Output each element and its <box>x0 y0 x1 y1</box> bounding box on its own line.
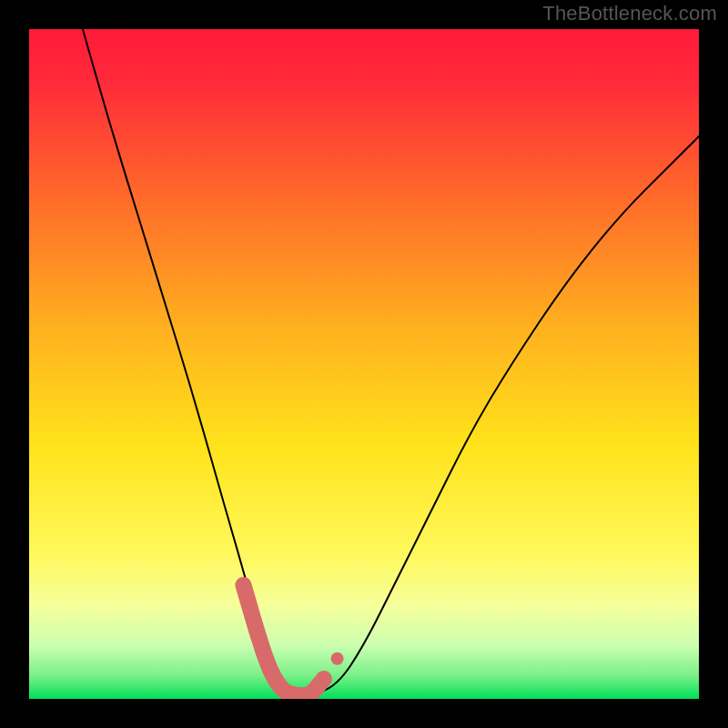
plot-svg <box>29 29 699 699</box>
bottleneck-plot <box>29 29 699 699</box>
watermark-text: TheBottleneck.com <box>542 2 717 25</box>
chart-frame: TheBottleneck.com <box>0 0 728 728</box>
marker-dot <box>331 652 344 665</box>
plot-background-gradient <box>29 29 699 699</box>
